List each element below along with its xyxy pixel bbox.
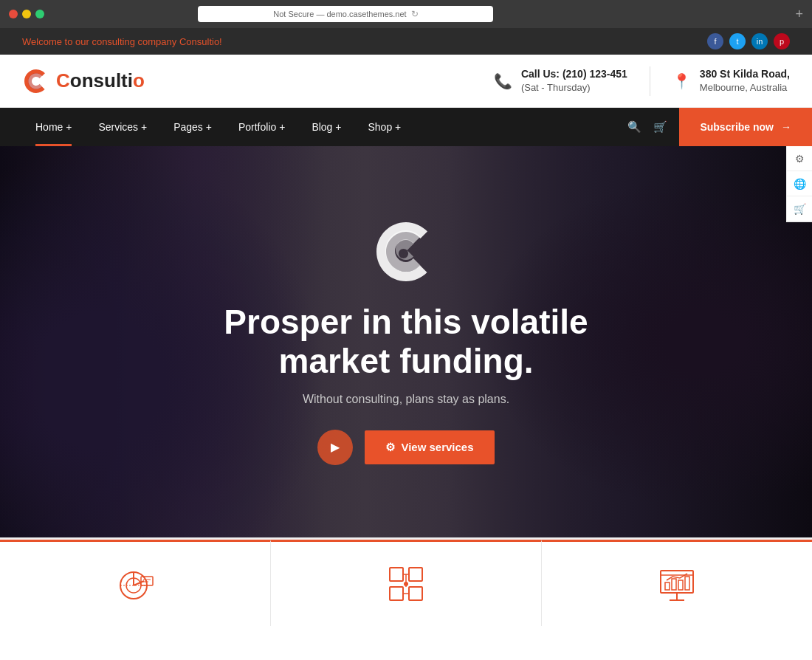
site-header: Consultio 📞 Call Us: (210) 123-451 (Sat …	[0, 55, 812, 108]
subscribe-button[interactable]: Subscribe now →	[679, 108, 812, 146]
url-text: Not Secure — demo.casethemes.net	[273, 10, 406, 18]
nav-item-pages[interactable]: Pages +	[160, 108, 225, 146]
nav-item-blog[interactable]: Blog +	[298, 108, 354, 146]
svg-rect-8	[390, 568, 403, 581]
svg-rect-23	[685, 577, 689, 590]
location-icon: 📍	[672, 72, 691, 90]
refresh-icon[interactable]: ↻	[411, 9, 419, 19]
social-icons: f t in p	[707, 33, 790, 49]
nav-item-home[interactable]: Home +	[22, 108, 85, 146]
call-label: Call Us: (210) 123-451	[521, 68, 627, 80]
logo[interactable]: Consultio	[22, 67, 145, 95]
address-line2: Melbourne, Australia	[700, 82, 788, 93]
cart-icon[interactable]: 🛒	[653, 120, 667, 134]
phone-icon: 📞	[494, 72, 512, 90]
svg-rect-20	[665, 582, 670, 590]
brand-name: Consultio!	[179, 36, 222, 47]
svg-rect-22	[678, 580, 683, 590]
svg-point-15	[404, 582, 408, 586]
chart-circle-icon	[113, 562, 157, 606]
hero-section: Prosper in this volatile market funding.…	[0, 146, 812, 537]
address-contact: 📍 380 St Kilda Road, Melbourne, Australi…	[672, 67, 790, 95]
main-navigation: Home + Services + Pages + Portfolio + Bl…	[0, 108, 812, 146]
address-bar[interactable]: Not Secure — demo.casethemes.net ↻	[198, 6, 493, 22]
presentation-icon	[655, 562, 699, 606]
logo-text: Consultio	[56, 69, 145, 92]
minimize-dot[interactable]	[22, 10, 31, 18]
hero-content: Prosper in this volatile market funding.…	[0, 146, 812, 537]
browser-chrome: Not Secure — demo.casethemes.net ↻ +	[0, 0, 812, 28]
nav-item-services[interactable]: Services +	[85, 108, 160, 146]
nav-item-shop[interactable]: Shop +	[354, 108, 414, 146]
pinterest-icon[interactable]: p	[774, 33, 790, 49]
gear-icon: ⚙	[385, 441, 395, 454]
hero-title: Prosper in this volatile market funding.	[185, 303, 627, 381]
bottom-card-1[interactable]	[0, 540, 271, 626]
play-icon: ▶	[331, 440, 340, 454]
announcement-text: Welcome to our consulting company Consul…	[22, 36, 222, 47]
nav-item-portfolio[interactable]: Portfolio +	[225, 108, 298, 146]
puzzle-icon	[384, 562, 428, 606]
hero-logo-icon	[373, 219, 439, 288]
announcement-bar: Welcome to our consulting company Consul…	[0, 28, 812, 55]
address-line1: 380 St Kilda Road,	[700, 68, 790, 80]
globe-sidebar-icon[interactable]: 🌐	[787, 171, 812, 196]
browser-dots	[9, 10, 44, 18]
facebook-icon[interactable]: f	[707, 33, 723, 49]
bottom-card-3[interactable]	[542, 540, 812, 626]
view-services-button[interactable]: ⚙ View services	[365, 430, 494, 464]
close-dot[interactable]	[9, 10, 18, 18]
sidebar-icons: ⚙ 🌐 🛒	[786, 146, 812, 222]
hero-buttons: ▶ ⚙ View services	[317, 430, 494, 465]
call-hours: (Sat - Thursday)	[521, 82, 591, 93]
play-button[interactable]: ▶	[317, 430, 353, 465]
cart-sidebar-icon[interactable]: 🛒	[787, 196, 812, 221]
settings-sidebar-icon[interactable]: ⚙	[787, 146, 812, 171]
svg-line-3	[134, 581, 144, 585]
search-icon[interactable]: 🔍	[627, 120, 641, 134]
contact-divider	[650, 66, 650, 96]
maximize-dot[interactable]	[35, 10, 44, 18]
header-contacts: 📞 Call Us: (210) 123-451 (Sat - Thursday…	[494, 66, 790, 96]
logo-icon	[22, 67, 50, 95]
new-tab-button[interactable]: +	[795, 7, 803, 22]
svg-rect-21	[672, 579, 676, 590]
nav-icons: 🔍 🛒	[616, 120, 679, 134]
svg-rect-9	[409, 568, 422, 581]
svg-rect-11	[409, 587, 422, 600]
phone-contact: 📞 Call Us: (210) 123-451 (Sat - Thursday…	[494, 67, 627, 95]
linkedin-icon[interactable]: in	[751, 33, 768, 49]
arrow-icon: →	[781, 121, 791, 133]
svg-rect-10	[390, 587, 403, 600]
website-container: Welcome to our consulting company Consul…	[0, 28, 812, 660]
bottom-cards	[0, 537, 812, 626]
nav-items: Home + Services + Pages + Portfolio + Bl…	[22, 108, 616, 146]
hero-subtitle: Without consulting, plans stay as plans.	[303, 393, 509, 406]
bottom-card-2[interactable]	[271, 540, 542, 626]
twitter-icon[interactable]: t	[729, 33, 746, 49]
